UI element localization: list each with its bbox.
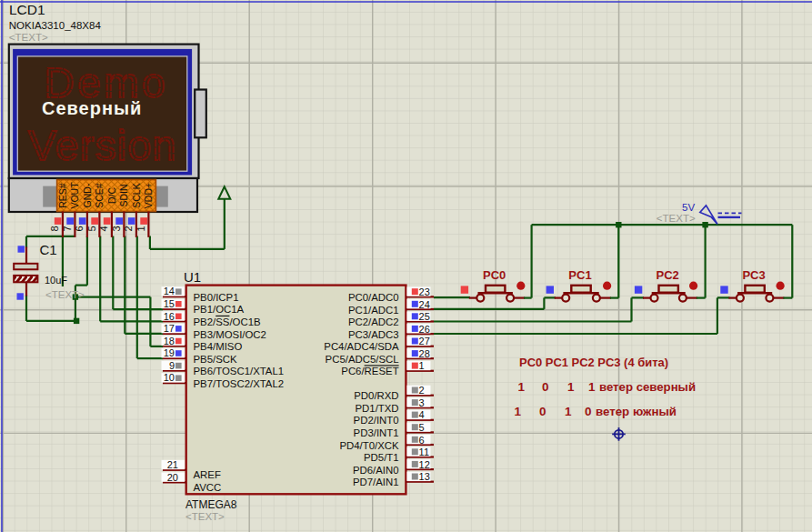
svg-text:15: 15 (164, 298, 175, 309)
svg-text:1: 1 (518, 380, 526, 394)
svg-text:U1: U1 (184, 269, 201, 285)
svg-text:PC1: PC1 (568, 268, 591, 282)
svg-text:PC4/ADC4/SDA: PC4/ADC4/SDA (324, 341, 399, 352)
svg-text:1: 1 (588, 380, 596, 394)
svg-text:ATMEGA8: ATMEGA8 (185, 498, 237, 511)
svg-text:17: 17 (164, 323, 175, 334)
svg-text:PD6/AIN0: PD6/AIN0 (353, 465, 399, 476)
svg-text:NOKIA3310_48X84: NOKIA3310_48X84 (9, 20, 102, 31)
svg-text:3: 3 (111, 226, 122, 231)
svg-text:16: 16 (164, 311, 175, 322)
svg-text:28: 28 (419, 348, 430, 359)
svg-text:SCE#: SCE# (94, 183, 105, 208)
svg-text:7: 7 (62, 226, 73, 231)
svg-text:1: 1 (567, 380, 575, 394)
svg-text:PC3/ADC3: PC3/ADC3 (348, 329, 399, 340)
svg-text:14: 14 (164, 286, 175, 296)
svg-text:0: 0 (542, 380, 549, 394)
svg-text:4: 4 (419, 409, 425, 420)
svg-text:6: 6 (419, 435, 425, 446)
svg-text:Version: Version (28, 122, 177, 169)
svg-text:PB6/TOSC1/XTAL1: PB6/TOSC1/XTAL1 (194, 366, 285, 376)
svg-text:PB0/ICP1: PB0/ICP1 (194, 292, 239, 303)
svg-text:1: 1 (514, 405, 521, 418)
svg-text:PB3/MOSI/OC2: PB3/MOSI/OC2 (194, 329, 266, 340)
svg-text:AVCC: AVCC (194, 482, 222, 493)
svg-text:PC0: PC0 (483, 268, 506, 282)
svg-text:26: 26 (419, 324, 430, 335)
svg-text:ветер южный: ветер южный (596, 405, 677, 418)
svg-text:SCLK: SCLK (131, 183, 142, 207)
svg-text:LCD1: LCD1 (9, 2, 45, 17)
svg-text:PC0 PC1 PC2 PC3 (4 бита): PC0 PC1 PC2 PC3 (4 бита) (519, 356, 668, 369)
svg-text:11: 11 (419, 447, 429, 457)
svg-text:PD2/INT0: PD2/INT0 (354, 415, 399, 426)
svg-text:23: 23 (419, 286, 430, 297)
svg-text:18: 18 (164, 336, 175, 346)
svg-text:<TEXT>: <TEXT> (657, 213, 696, 224)
svg-text:10: 10 (164, 372, 175, 383)
svg-text:PC5/ADC5/SCL: PC5/ADC5/SCL (326, 354, 399, 365)
svg-text:5: 5 (86, 226, 97, 231)
svg-text:21: 21 (167, 459, 178, 470)
svg-text:PB1/OC1A: PB1/OC1A (194, 304, 245, 315)
svg-text:PC2: PC2 (657, 268, 679, 282)
svg-text:10uF: 10uF (45, 275, 67, 286)
svg-text:8: 8 (49, 226, 60, 231)
svg-text:5V: 5V (682, 202, 695, 213)
svg-text:PC6/RESET: PC6/RESET (341, 366, 398, 376)
svg-text:9: 9 (169, 360, 175, 371)
svg-text:GND-: GND- (82, 183, 93, 207)
svg-text:AREF: AREF (194, 469, 221, 480)
svg-text:13: 13 (419, 471, 430, 482)
svg-text:0: 0 (585, 405, 592, 418)
svg-text:PD4/T0/XCK: PD4/T0/XCK (339, 440, 399, 451)
svg-text:6: 6 (74, 226, 85, 231)
svg-text:PD0/RXD: PD0/RXD (354, 390, 398, 401)
svg-text:<TEXT>: <TEXT> (9, 32, 48, 43)
svg-text:PB4/MISO: PB4/MISO (194, 341, 243, 352)
svg-text:2: 2 (419, 385, 425, 396)
svg-text:12: 12 (419, 459, 430, 470)
svg-text:20: 20 (167, 472, 178, 483)
svg-text:PC2/ADC2: PC2/ADC2 (348, 316, 399, 327)
svg-text:PD1/TXD: PD1/TXD (355, 403, 398, 414)
svg-text:RES#: RES# (57, 183, 68, 208)
svg-text:5: 5 (419, 422, 425, 433)
svg-text:19: 19 (164, 347, 175, 358)
svg-text:<TEXT>: <TEXT> (185, 511, 225, 522)
svg-text:PB7/TOSC2/XTAL2: PB7/TOSC2/XTAL2 (194, 378, 285, 389)
svg-text:PD3/INT1: PD3/INT1 (354, 427, 399, 438)
svg-text:PC3: PC3 (742, 268, 765, 282)
svg-text:1: 1 (419, 360, 425, 371)
svg-text:4: 4 (98, 226, 109, 231)
svg-text:0: 0 (539, 405, 546, 418)
svg-text:3: 3 (419, 397, 425, 408)
svg-text:D/C: D/C (106, 187, 117, 205)
svg-text:PD5/T1: PD5/T1 (364, 452, 399, 463)
svg-text:VOUT: VOUT (69, 182, 80, 209)
svg-text:PC1/ADC1: PC1/ADC1 (348, 305, 399, 316)
svg-text:27: 27 (419, 336, 430, 346)
svg-text:1: 1 (565, 405, 572, 418)
svg-text:25: 25 (419, 311, 430, 322)
svg-text:2: 2 (123, 226, 134, 231)
svg-text:ветер северный: ветер северный (599, 380, 696, 394)
svg-text:PB5/SCK: PB5/SCK (194, 354, 238, 365)
svg-text:PB2/SS/OC1B: PB2/SS/OC1B (194, 316, 261, 327)
svg-text:PC0/ADC0: PC0/ADC0 (348, 292, 399, 303)
svg-text:PD7/AIN1: PD7/AIN1 (353, 477, 399, 487)
svg-text:24: 24 (419, 299, 430, 310)
svg-text:C1: C1 (40, 242, 57, 257)
svg-text:1: 1 (135, 226, 146, 231)
svg-text:<TEXT>: <TEXT> (45, 289, 85, 300)
svg-text:Северный: Северный (42, 98, 142, 118)
svg-text:VDD+: VDD+ (143, 183, 154, 208)
svg-text:SDIN: SDIN (118, 184, 129, 206)
